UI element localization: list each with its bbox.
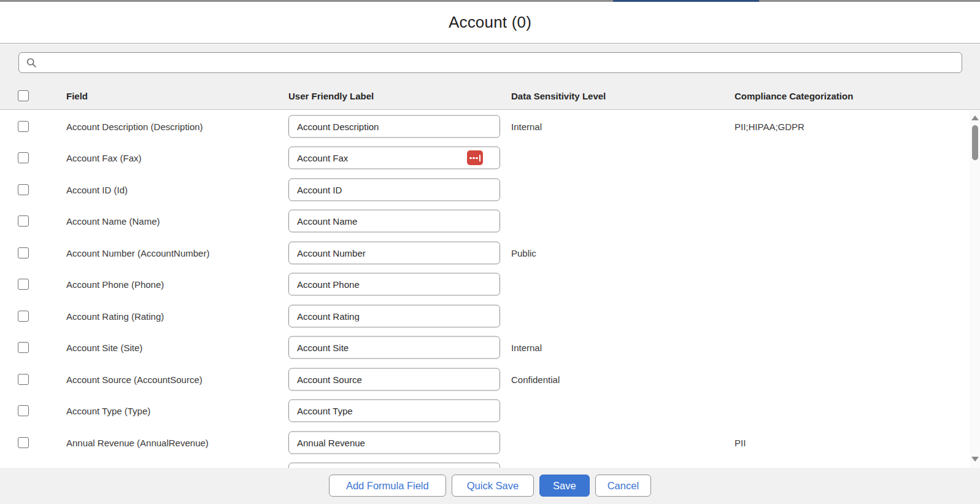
table-row: Account Description (Description) Intern… — [0, 110, 980, 142]
row-sensitivity: Internal — [511, 121, 542, 131]
row-compliance: PII — [735, 437, 746, 448]
quick-save-button[interactable]: Quick Save — [452, 475, 534, 497]
row-label-input[interactable] — [288, 210, 500, 233]
row-label-input[interactable] — [288, 273, 500, 296]
row-checkbox[interactable] — [18, 437, 29, 448]
scrollbar-thumb[interactable] — [972, 125, 978, 160]
search-icon — [26, 58, 36, 68]
row-checkbox[interactable] — [18, 279, 29, 290]
title-bar: Account (0) — [0, 2, 980, 44]
column-header-compliance: Compliance Categorization — [735, 90, 853, 101]
row-field-label: Account Site (Site) — [66, 343, 142, 353]
row-label-input[interactable] — [288, 400, 500, 422]
row-sensitivity: Public — [511, 247, 536, 258]
table-row: Account Rating (Rating) — [0, 300, 980, 332]
table-row: Account Type (Type) — [0, 395, 980, 427]
footer-action-bar: Add Formula Field Quick Save Save Cancel — [0, 468, 980, 504]
table-body: Account Description (Description) Intern… — [0, 110, 980, 468]
table-row: Account Number (AccountNumber) Public — [0, 237, 980, 269]
row-label-input[interactable] — [288, 178, 500, 201]
table-scrollbar[interactable] — [970, 110, 980, 468]
row-label-input[interactable] — [288, 304, 500, 327]
column-header-sensitivity: Data Sensitivity Level — [511, 90, 606, 101]
row-label-input[interactable] — [288, 115, 500, 138]
row-checkbox[interactable] — [18, 247, 29, 258]
table-header-row: Field User Friendly Label Data Sensitivi… — [0, 82, 980, 110]
table-row: Account Name (Name) — [0, 206, 980, 238]
row-compliance: PII;HIPAA;GDPR — [735, 121, 804, 131]
table-row: Account Source (AccountSource) Confident… — [0, 363, 980, 395]
row-field-label: Account Fax (Fax) — [66, 153, 142, 163]
row-checkbox[interactable] — [18, 152, 29, 163]
scroll-down-icon[interactable] — [971, 457, 979, 462]
row-field-label: Account ID (Id) — [66, 184, 128, 195]
row-label-input[interactable] — [288, 368, 500, 390]
cancel-button[interactable]: Cancel — [595, 475, 651, 497]
table-row: Account Site (Site) Internal — [0, 332, 980, 364]
row-label-input[interactable] — [288, 241, 500, 264]
add-formula-field-button[interactable]: Add Formula Field — [329, 475, 446, 497]
text-expander-icon[interactable] — [467, 150, 483, 165]
row-field-label: Account Phone (Phone) — [66, 279, 164, 290]
row-label-input[interactable] — [288, 336, 500, 359]
row-field-label: Account Source (AccountSource) — [66, 374, 203, 384]
search-box[interactable] — [18, 52, 962, 73]
table-row: Account Fax (Fax) — [0, 142, 980, 174]
page-title: Account (0) — [449, 13, 531, 32]
row-checkbox[interactable] — [18, 184, 29, 195]
row-checkbox[interactable] — [18, 405, 29, 416]
row-field-label: Annual Revenue (AnnualRevenue) — [66, 437, 209, 448]
row-checkbox[interactable] — [18, 374, 29, 385]
row-checkbox[interactable] — [18, 342, 29, 353]
table-row-partial — [0, 459, 980, 468]
table-row: Account ID (Id) — [0, 174, 980, 206]
select-all-checkbox[interactable] — [18, 90, 29, 101]
table-row: Account Phone (Phone) — [0, 269, 980, 301]
row-checkbox[interactable] — [18, 121, 29, 132]
row-sensitivity: Confidential — [511, 374, 560, 384]
account-field-mapping-page: Account (0) Field User Friendly Label Da… — [0, 0, 980, 504]
row-checkbox[interactable] — [18, 215, 29, 227]
search-toolbar — [0, 44, 980, 82]
row-sensitivity: Internal — [511, 343, 542, 353]
column-header-user-label: User Friendly Label — [288, 90, 374, 101]
table-row: Annual Revenue (AnnualRevenue) PII — [0, 427, 980, 459]
row-field-label: Account Rating (Rating) — [66, 311, 164, 321]
row-field-label: Account Description (Description) — [66, 121, 203, 131]
save-button[interactable]: Save — [539, 475, 590, 497]
row-field-label: Account Type (Type) — [66, 406, 150, 416]
scroll-up-icon[interactable] — [971, 115, 979, 120]
row-label-input[interactable] — [288, 431, 500, 454]
column-header-field: Field — [66, 90, 88, 101]
search-input[interactable] — [42, 53, 955, 72]
row-field-label: Account Number (AccountNumber) — [66, 247, 209, 258]
row-checkbox[interactable] — [18, 311, 29, 322]
row-label-input[interactable] — [288, 463, 500, 468]
row-field-label: Account Name (Name) — [66, 216, 160, 227]
